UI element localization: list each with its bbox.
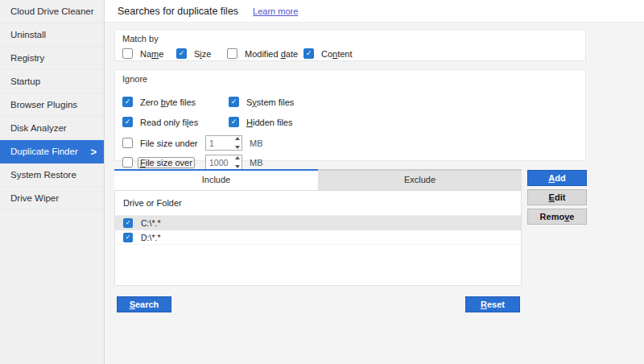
spinner-up-icon[interactable] — [235, 137, 240, 140]
match-option-content: ✓Content — [303, 48, 353, 59]
sidebar-item-label: Startup — [10, 77, 40, 86]
ignore-section: Ignore ✓Zero byte files✓System files✓Rea… — [114, 69, 586, 161]
match-option-label: Size — [194, 49, 211, 59]
match-option-label: Content — [321, 49, 353, 59]
sidebar-item-label: Duplicate Finder — [10, 147, 78, 156]
learn-more-link[interactable]: Learn more — [253, 6, 298, 16]
ignore-option-label: Zero byte files — [140, 97, 196, 107]
sidebar-item-label: System Restore — [10, 170, 76, 180]
remove-button[interactable]: Remove — [527, 209, 587, 225]
sidebar-item-label: Registry — [10, 53, 44, 63]
sidebar-item-uninstall[interactable]: Uninstall — [0, 23, 104, 47]
ignore-option-file-size-over: File size overMB — [122, 155, 263, 170]
checkbox-system-files[interactable]: ✓ — [229, 97, 239, 107]
folder-checkbox[interactable]: ✓ — [123, 233, 133, 242]
sidebar-item-label: Drive Wiper — [10, 193, 59, 203]
sidebar-item-label: Disk Analyzer — [10, 123, 67, 133]
checkbox-read-only-files[interactable]: ✓ — [122, 117, 133, 127]
list-action-buttons: AddEditRemove — [527, 170, 587, 228]
ignore-option-system-files: ✓System files — [229, 97, 294, 107]
spinner-buttons — [235, 137, 240, 149]
ignore-option-zero-byte-files: ✓Zero byte files — [122, 97, 196, 107]
checkbox-file-size-under[interactable] — [122, 138, 133, 148]
spinner-buttons — [235, 156, 240, 168]
unit-label: MB — [250, 158, 263, 168]
ignore-option-label: File size under — [140, 139, 198, 148]
match-option-label: Modified date — [245, 49, 298, 59]
sidebar: Cloud Drive CleanerUninstallRegistryStar… — [0, 0, 105, 364]
match-by-section: Match by Name✓SizeModified date✓Content — [114, 29, 586, 61]
search-button[interactable]: Search — [117, 296, 171, 312]
sidebar-item-label: Cloud Drive Cleaner — [10, 6, 94, 16]
file-size-over-spinner — [205, 155, 242, 170]
sidebar-item-disk-analyzer[interactable]: Disk Analyzer — [0, 117, 104, 140]
spinner-down-icon[interactable] — [235, 165, 240, 168]
list-column-header: Drive or Folder — [115, 191, 521, 216]
folder-path: C:\*.* — [141, 218, 161, 228]
sidebar-item-browser-plugins[interactable]: Browser Plugins — [0, 93, 104, 117]
match-by-title: Match by — [122, 34, 585, 43]
match-option-size: ✓Size — [176, 48, 227, 59]
checkbox-modified-date[interactable] — [227, 48, 237, 59]
checkbox-hidden-files[interactable]: ✓ — [229, 117, 239, 127]
sidebar-item-registry[interactable]: Registry — [0, 47, 104, 70]
checkbox-name[interactable] — [122, 48, 133, 59]
sidebar-item-duplicate-finder[interactable]: Duplicate Finder> — [0, 140, 104, 163]
spinner-down-icon[interactable] — [235, 146, 240, 149]
match-option-label: Name — [140, 49, 163, 59]
ignore-option-hidden-files: ✓Hidden files — [229, 117, 293, 127]
page-title: Searches for duplicate files — [118, 6, 238, 17]
ignore-option-label: Hidden files — [246, 118, 293, 127]
ignore-title: Ignore — [122, 74, 585, 84]
checkbox-file-size-over[interactable] — [122, 157, 133, 168]
spinner-up-icon[interactable] — [235, 156, 240, 159]
sidebar-item-startup[interactable]: Startup — [0, 70, 104, 93]
search-button-wrap: Search — [117, 296, 171, 312]
checkbox-zero-byte-files[interactable]: ✓ — [122, 97, 133, 107]
folder-path: D:\*.* — [141, 233, 161, 242]
folder-list: Drive or Folder ✓C:\*.*✓D:\*.* — [114, 190, 522, 286]
match-by-options: Name✓SizeModified date✓Content — [122, 48, 585, 59]
folder-rows: ✓C:\*.*✓D:\*.* — [115, 216, 521, 245]
focused-label: File size over — [138, 157, 195, 168]
reset-button[interactable]: Reset — [465, 296, 520, 312]
ignore-option-label: Read only files — [140, 118, 198, 127]
duplicate-finder-window: Cloud Drive CleanerUninstallRegistryStar… — [0, 0, 644, 364]
file-size-under-spinner — [205, 135, 242, 151]
tab-include[interactable]: Include — [114, 169, 318, 190]
ignore-option-label: File size over — [140, 158, 198, 168]
unit-label: MB — [250, 139, 263, 148]
match-option-name: Name — [122, 48, 176, 59]
ignore-options: ✓Zero byte files✓System files✓Read only … — [115, 84, 585, 156]
match-option-modified-date: Modified date — [227, 48, 303, 59]
sidebar-item-cloud-drive-cleaner[interactable]: Cloud Drive Cleaner — [0, 0, 104, 23]
sidebar-item-drive-wiper[interactable]: Drive Wiper — [0, 187, 104, 210]
ignore-option-read-only-files: ✓Read only files — [122, 117, 198, 127]
ignore-option-label: System files — [246, 97, 294, 107]
ignore-option-file-size-under: File size underMB — [122, 135, 263, 151]
checkbox-size[interactable]: ✓ — [176, 48, 187, 59]
checkbox-content[interactable]: ✓ — [303, 48, 314, 59]
reset-button-wrap: Reset — [465, 296, 520, 312]
folder-row[interactable]: ✓D:\*.* — [115, 230, 521, 245]
sidebar-item-label: Browser Plugins — [10, 100, 77, 110]
sidebar-item-label: Uninstall — [10, 30, 46, 39]
include-exclude-tabs: IncludeExclude — [114, 169, 522, 190]
tab-exclude[interactable]: Exclude — [318, 169, 522, 190]
folder-row[interactable]: ✓C:\*.* — [115, 216, 521, 230]
add-button[interactable]: Add — [527, 170, 587, 186]
header-bar: Searches for duplicate files Learn more — [105, 0, 644, 23]
edit-button[interactable]: Edit — [527, 189, 587, 205]
sidebar-item-system-restore[interactable]: System Restore — [0, 163, 104, 187]
chevron-right-icon: > — [90, 140, 97, 163]
folder-checkbox[interactable]: ✓ — [123, 218, 133, 228]
